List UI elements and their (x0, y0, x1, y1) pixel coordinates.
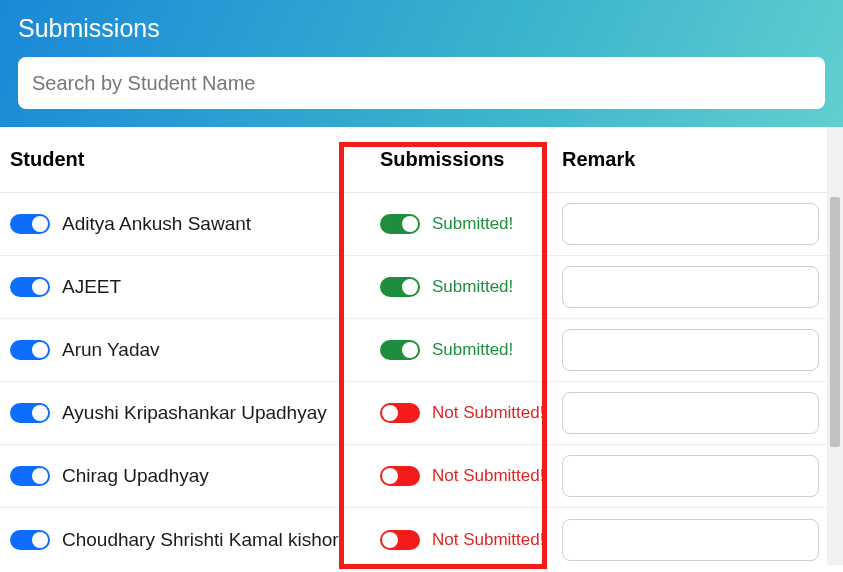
submission-toggle[interactable] (380, 277, 420, 297)
submission-toggle[interactable] (380, 403, 420, 423)
student-name: Arun Yadav (62, 339, 160, 361)
submission-cell: Submitted! (358, 340, 556, 360)
table-row: Arun YadavSubmitted! (0, 319, 827, 382)
column-header-submissions: Submissions (358, 148, 556, 171)
remark-input[interactable] (562, 455, 819, 497)
submission-toggle[interactable] (380, 466, 420, 486)
table-row: Ayushi Kripashankar UpadhyayNot Submitte… (0, 382, 827, 445)
remark-input[interactable] (562, 329, 819, 371)
remark-cell (556, 519, 827, 561)
submission-status: Not Submitted! (432, 530, 544, 550)
student-cell: Ayushi Kripashankar Upadhyay (0, 402, 358, 424)
header: Submissions (0, 0, 843, 127)
page-title: Submissions (18, 14, 825, 43)
student-cell: AJEET (0, 276, 358, 298)
remark-input[interactable] (562, 266, 819, 308)
submission-toggle[interactable] (380, 214, 420, 234)
table-container: Student Submissions Remark Aditya Ankush… (0, 127, 843, 565)
submission-status: Submitted! (432, 277, 513, 297)
remark-cell (556, 392, 827, 434)
remark-input[interactable] (562, 519, 819, 561)
table-row: Chirag UpadhyayNot Submitted! (0, 445, 827, 508)
table-body: Aditya Ankush SawantSubmitted!AJEETSubmi… (0, 193, 827, 565)
student-toggle[interactable] (10, 403, 50, 423)
table-row: AJEETSubmitted! (0, 256, 827, 319)
scrollbar[interactable] (827, 127, 843, 565)
submission-toggle[interactable] (380, 530, 420, 550)
submission-cell: Not Submitted! (358, 403, 556, 423)
table-row: Aditya Ankush SawantSubmitted! (0, 193, 827, 256)
submission-cell: Submitted! (358, 214, 556, 234)
submission-status: Submitted! (432, 340, 513, 360)
student-name: AJEET (62, 276, 121, 298)
submission-cell: Not Submitted! (358, 530, 556, 550)
search-input[interactable] (18, 57, 825, 109)
scrollbar-thumb[interactable] (830, 197, 840, 447)
student-cell: Choudhary Shrishti Kamal kishor (0, 529, 358, 551)
remark-cell (556, 266, 827, 308)
submission-status: Submitted! (432, 214, 513, 234)
submission-status: Not Submitted! (432, 466, 544, 486)
student-cell: Aditya Ankush Sawant (0, 213, 358, 235)
submission-cell: Not Submitted! (358, 466, 556, 486)
student-cell: Arun Yadav (0, 339, 358, 361)
submission-cell: Submitted! (358, 277, 556, 297)
student-toggle[interactable] (10, 466, 50, 486)
column-header-student: Student (0, 148, 358, 171)
student-toggle[interactable] (10, 214, 50, 234)
remark-input[interactable] (562, 392, 819, 434)
student-toggle[interactable] (10, 277, 50, 297)
remark-cell (556, 455, 827, 497)
remark-cell (556, 203, 827, 245)
table-header-row: Student Submissions Remark (0, 127, 827, 193)
submission-status: Not Submitted! (432, 403, 544, 423)
table-row: Choudhary Shrishti Kamal kishorNot Submi… (0, 508, 827, 565)
student-name: Chirag Upadhyay (62, 465, 209, 487)
submission-toggle[interactable] (380, 340, 420, 360)
student-name: Choudhary Shrishti Kamal kishor (62, 529, 339, 551)
column-header-remark: Remark (556, 148, 827, 171)
student-name: Ayushi Kripashankar Upadhyay (62, 402, 327, 424)
remark-cell (556, 329, 827, 371)
student-name: Aditya Ankush Sawant (62, 213, 251, 235)
table-scroll: Student Submissions Remark Aditya Ankush… (0, 127, 827, 565)
remark-input[interactable] (562, 203, 819, 245)
student-toggle[interactable] (10, 340, 50, 360)
student-cell: Chirag Upadhyay (0, 465, 358, 487)
student-toggle[interactable] (10, 530, 50, 550)
